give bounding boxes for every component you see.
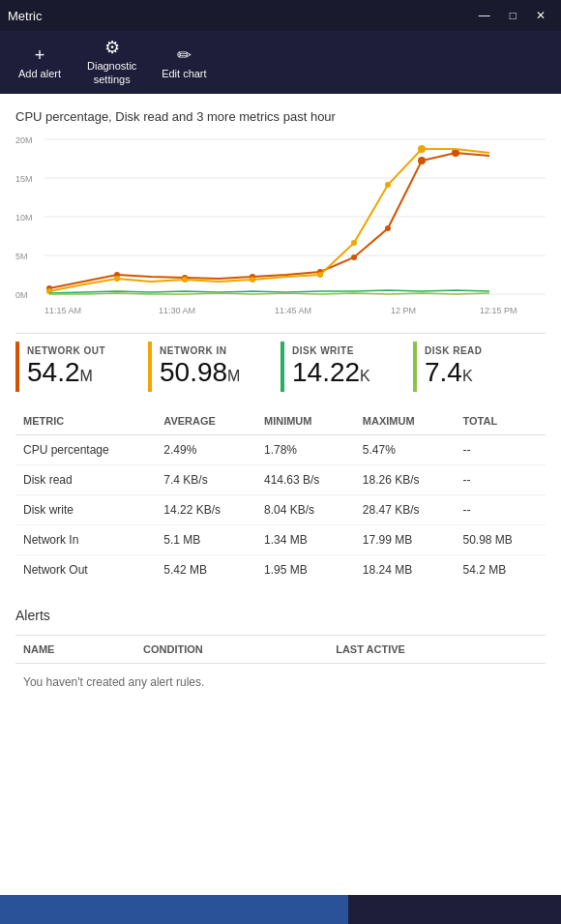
window-controls: — □ ✕	[471, 5, 553, 26]
table-cell-total: --	[455, 434, 546, 464]
svg-text:12 PM: 12 PM	[391, 306, 416, 315]
edit-chart-icon: ✏	[177, 46, 192, 64]
diagnostic-settings-icon: ⚙	[104, 39, 120, 56]
network-in-value: 50.98M	[160, 358, 273, 388]
svg-point-31	[418, 145, 426, 153]
table-cell-average: 5.1 MB	[156, 524, 256, 554]
col-metric: METRIC	[15, 407, 156, 435]
disk-read-card: DISK READ 7.4K	[413, 342, 546, 392]
edit-chart-label: Edit chart	[162, 68, 206, 79]
table-cell-minimum: 1.95 MB	[256, 554, 355, 584]
network-out-label: NETWORK OUT	[27, 345, 140, 356]
svg-point-25	[114, 276, 120, 282]
network-out-value: 54.2M	[27, 358, 140, 388]
svg-text:11:45 AM: 11:45 AM	[275, 306, 311, 315]
table-row: Network Out5.42 MB1.95 MB18.24 MB54.2 MB	[15, 554, 546, 584]
svg-point-21	[385, 225, 391, 231]
table-row: Disk write14.22 KB/s8.04 KB/s28.47 KB/s-…	[15, 494, 546, 524]
diagnostic-settings-button[interactable]: ⚙ Diagnosticsettings	[87, 39, 136, 85]
disk-write-card: DISK WRITE 14.22K	[280, 342, 413, 392]
svg-point-26	[182, 277, 188, 283]
svg-text:11:30 AM: 11:30 AM	[159, 306, 195, 315]
alerts-empty-message: You haven't created any alert rules.	[15, 663, 546, 700]
table-cell-average: 2.49%	[156, 434, 256, 464]
table-cell-minimum: 1.78%	[256, 434, 355, 464]
diagnostic-settings-label: Diagnosticsettings	[87, 60, 136, 85]
col-minimum: MINIMUM	[256, 407, 355, 435]
svg-text:15M: 15M	[15, 174, 33, 184]
svg-point-20	[351, 254, 357, 260]
col-last-active: LAST ACTIVE	[328, 635, 546, 663]
table-row: CPU percentage2.49%1.78%5.47%--	[15, 434, 546, 464]
alerts-header-row: NAME CONDITION LAST ACTIVE	[15, 635, 546, 663]
col-total: TOTAL	[455, 407, 546, 435]
col-name: NAME	[15, 635, 135, 663]
table-cell-total: --	[455, 494, 546, 524]
add-alert-button[interactable]: + Add alert	[15, 46, 64, 79]
add-alert-icon: +	[35, 46, 45, 64]
table-cell-maximum: 5.47%	[355, 434, 456, 464]
disk-write-label: DISK WRITE	[292, 345, 405, 356]
svg-text:11:15 AM: 11:15 AM	[44, 306, 81, 315]
taskbar	[0, 895, 561, 924]
svg-text:12:15 PM: 12:15 PM	[480, 306, 517, 315]
metric-summary: NETWORK OUT 54.2M NETWORK IN 50.98M DISK…	[15, 333, 546, 392]
close-button[interactable]: ✕	[528, 5, 553, 26]
add-alert-label: Add alert	[18, 68, 61, 79]
table-cell-metric: CPU percentage	[15, 434, 156, 464]
network-in-card: NETWORK IN 50.98M	[148, 342, 280, 392]
edit-chart-button[interactable]: ✏ Edit chart	[160, 46, 208, 79]
table-cell-total: 50.98 MB	[455, 524, 546, 554]
table-cell-average: 5.42 MB	[156, 554, 256, 584]
table-cell-average: 14.22 KB/s	[156, 494, 256, 524]
alerts-table: NAME CONDITION LAST ACTIVE You haven't c…	[15, 635, 546, 700]
maximize-button[interactable]: □	[502, 5, 524, 26]
svg-text:5M: 5M	[15, 252, 28, 261]
table-row: Network In5.1 MB1.34 MB17.99 MB50.98 MB	[15, 524, 546, 554]
table-cell-metric: Disk read	[15, 464, 156, 494]
col-maximum: MAXIMUM	[355, 407, 456, 435]
chart-title: CPU percentage, Disk read and 3 more met…	[15, 109, 546, 124]
table-cell-metric: Network Out	[15, 554, 156, 584]
table-cell-metric: Disk write	[15, 494, 156, 524]
table-cell-total: --	[455, 464, 546, 494]
col-average: AVERAGE	[156, 407, 256, 435]
table-cell-average: 7.4 KB/s	[156, 464, 256, 494]
svg-point-22	[418, 157, 426, 164]
table-cell-minimum: 414.63 B/s	[256, 464, 355, 494]
table-cell-total: 54.2 MB	[455, 554, 546, 584]
table-row: Disk read7.4 KB/s414.63 B/s18.26 KB/s--	[15, 464, 546, 494]
table-cell-maximum: 18.24 MB	[355, 554, 456, 584]
network-in-label: NETWORK IN	[160, 345, 273, 356]
chart-area: 20M 15M 10M 5M 0M 11:15 AM 11:30 AM 11:4…	[15, 132, 546, 325]
disk-write-value: 14.22K	[292, 358, 405, 388]
table-cell-maximum: 28.47 KB/s	[355, 494, 456, 524]
alerts-empty-row: You haven't created any alert rules.	[15, 663, 546, 700]
window-title: Metric	[8, 9, 42, 23]
table-cell-maximum: 17.99 MB	[355, 524, 456, 554]
table-cell-maximum: 18.26 KB/s	[355, 464, 456, 494]
svg-text:10M: 10M	[15, 213, 33, 223]
taskbar-left	[0, 895, 348, 924]
network-out-card: NETWORK OUT 54.2M	[15, 342, 148, 392]
svg-point-28	[317, 272, 323, 278]
table-cell-minimum: 1.34 MB	[256, 524, 355, 554]
chart-svg: 20M 15M 10M 5M 0M 11:15 AM 11:30 AM 11:4…	[15, 132, 546, 325]
toolbar: + Add alert ⚙ Diagnosticsettings ✏ Edit …	[0, 31, 561, 94]
taskbar-right	[348, 895, 561, 924]
svg-point-29	[351, 240, 357, 246]
svg-text:20M: 20M	[15, 135, 33, 145]
metrics-table: METRIC AVERAGE MINIMUM MAXIMUM TOTAL CPU…	[15, 407, 546, 584]
title-bar: Metric — □ ✕	[0, 0, 561, 31]
table-cell-minimum: 8.04 KB/s	[256, 494, 355, 524]
svg-point-30	[385, 182, 391, 188]
svg-point-27	[250, 277, 255, 283]
table-cell-metric: Network In	[15, 524, 156, 554]
main-content: CPU percentage, Disk read and 3 more met…	[0, 94, 561, 895]
disk-read-value: 7.4K	[425, 358, 538, 388]
svg-text:0M: 0M	[15, 290, 28, 300]
alerts-section: Alerts NAME CONDITION LAST ACTIVE You ha…	[15, 608, 546, 700]
table-header-row: METRIC AVERAGE MINIMUM MAXIMUM TOTAL	[15, 407, 546, 435]
minimize-button[interactable]: —	[471, 5, 498, 26]
alerts-title: Alerts	[15, 608, 546, 623]
